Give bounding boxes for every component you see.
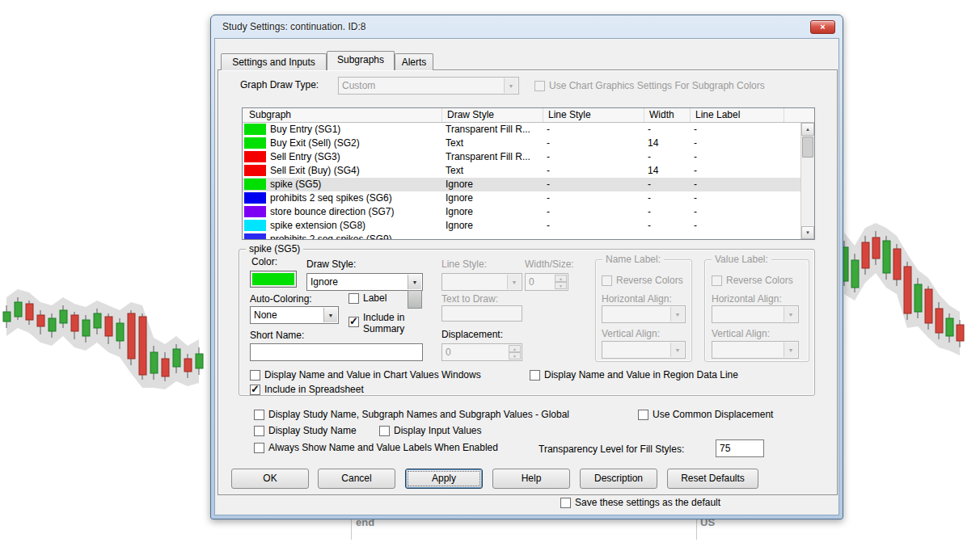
width-size-spinner: 0 ▲▼ [525,273,568,291]
label-checkbox[interactable]: Label [348,292,387,304]
display-region-data-checkbox[interactable]: Display Name and Value in Region Data Li… [530,369,738,381]
display-global-checkbox[interactable]: Display Study Name, Subgraph Names and S… [254,409,569,420]
displacement-spinner: 0 ▲▼ [441,343,522,361]
column-header-subgraph[interactable]: Subgraph [243,108,442,122]
description-button[interactable]: Description [580,469,657,489]
table-row[interactable]: Buy Entry (SG1)Transparent Fill R...--- [243,123,814,137]
subgraph-color-swatch[interactable] [243,205,267,219]
cell-line-label: - [691,123,784,137]
table-row[interactable]: prohibits 2 seq spikes (SG9) [243,233,814,240]
table-scrollbar[interactable]: ▲ ▼ [800,123,814,239]
table-row[interactable]: store bounce direction (SG7)Ignore--- [243,205,814,219]
help-button[interactable]: Help [492,469,570,489]
cell-width: - [644,150,691,164]
tab-alerts[interactable]: Alerts [395,53,433,70]
cell-draw-style: Ignore [442,219,543,233]
cell-draw-style [442,233,543,240]
chevron-down-icon: ▼ [670,307,684,322]
use-chart-graphics-checkbox: Use Chart Graphics Settings For Subgraph… [534,80,765,91]
cancel-button[interactable]: Cancel [318,469,395,489]
cell-width [644,233,691,240]
ok-button[interactable]: OK [231,469,309,489]
cell-line-style: - [543,219,644,233]
graph-draw-type-select: Custom ▼ [338,77,519,95]
apply-button[interactable]: Apply [405,469,483,489]
include-in-spreadsheet-checkbox[interactable]: Include in Spreadsheet [250,384,364,395]
subgraph-group-title: spike (SG5) [246,243,303,254]
subgraph-color-swatch[interactable] [243,233,267,240]
auto-coloring-select[interactable]: None ▼ [250,306,339,324]
short-name-input[interactable] [250,343,423,361]
scroll-up-icon[interactable]: ▲ [801,123,814,136]
cell-width: - [644,219,691,233]
subgraph-color-swatch[interactable] [243,123,267,137]
table-row[interactable]: Buy Exit (Sell) (SG2)Text-14- [243,137,814,150]
name-horizontal-align-select: ▼ [602,305,686,323]
use-common-displacement-checkbox[interactable]: Use Common Displacement [638,409,773,420]
subgraph-color-swatch[interactable] [243,191,267,205]
column-header-width[interactable]: Width [644,108,691,122]
subgraph-color-swatch[interactable] [243,137,267,150]
draw-style-label: Draw Style: [306,259,356,270]
reset-defaults-button[interactable]: Reset Defaults [667,469,758,489]
spin-up-icon: ▲ [555,275,567,282]
tab-settings-and-inputs[interactable]: Settings and Inputs [221,53,327,70]
cell-draw-style: Ignore [442,205,543,219]
graph-draw-type-label: Graph Draw Type: [240,79,319,90]
cell-draw-style: Transparent Fill R... [442,150,543,164]
table-row[interactable]: spike extension (SG8)Ignore--- [243,219,814,233]
subgraph-color-swatch[interactable] [243,219,267,233]
cell-line-style: - [543,178,644,191]
close-button[interactable]: × [810,20,835,34]
line-style-label: Line Style: [441,259,487,270]
include-in-summary-checkbox[interactable]: Include in Summary [348,316,404,334]
table-row[interactable]: prohibits 2 seq spikes (SG6)Ignore--- [243,191,814,205]
column-header-filler [784,108,814,122]
name-label-group: Name Label: Reverse Colors Horizontal Al… [595,259,692,362]
column-header-draw-style[interactable]: Draw Style [442,108,543,122]
table-row[interactable]: Sell Entry (SG3)Transparent Fill R...--- [243,150,814,164]
color-label: Color: [251,256,277,267]
subgraph-color-swatch[interactable] [243,178,267,191]
study-settings-dialog: Study Settings: continuation. ID:8 × Set… [210,15,843,519]
cell-subgraph-name: Sell Exit (Buy) (SG4) [267,164,442,178]
text-to-draw-label: Text to Draw: [441,293,498,305]
display-chart-values-checkbox[interactable]: Display Name and Value in Chart Values W… [250,369,481,381]
cell-draw-style: Text [442,164,543,178]
display-input-values-checkbox[interactable]: Display Input Values [379,425,482,436]
name-vertical-align-select: ▼ [602,341,686,359]
tab-subgraphs[interactable]: Subgraphs [327,51,395,70]
cell-subgraph-name: Buy Exit (Sell) (SG2) [267,137,442,150]
save-as-default-checkbox[interactable]: Save these settings as the default [560,497,720,508]
chevron-down-icon: ▼ [784,307,797,322]
subgraph-table-header[interactable]: Subgraph Draw Style Line Style Width Lin… [243,108,814,123]
subgraph-color-swatch[interactable] [243,150,267,164]
cell-line-label: - [691,191,784,205]
subgraph-color-button[interactable] [250,271,297,288]
value-horizontal-align-label: Horizontal Align: [712,293,782,305]
scroll-down-icon[interactable]: ▼ [801,226,814,239]
always-show-labels-checkbox[interactable]: Always Show Name and Value Labels When E… [254,442,498,453]
table-row[interactable]: Sell Exit (Buy) (SG4)Text-14- [243,164,814,178]
scrollbar-thumb[interactable] [802,137,813,158]
column-header-line-label[interactable]: Line Label [691,108,784,122]
cell-width: - [644,178,691,191]
spin-up-icon: ▲ [509,345,521,352]
chevron-down-icon: ▼ [408,275,421,289]
dialog-titlebar[interactable]: Study Settings: continuation. ID:8 × [211,15,843,38]
transparency-input[interactable] [716,439,764,457]
cell-width: 14 [644,164,691,178]
cell-draw-style: Transparent Fill R... [442,123,543,137]
cell-subgraph-name: spike (SG5) [267,178,442,191]
table-row[interactable]: spike (SG5)Ignore--- [243,178,814,191]
column-header-line-style[interactable]: Line Style [543,108,644,122]
draw-style-select[interactable]: Ignore ▼ [306,273,423,291]
display-study-name-checkbox[interactable]: Display Study Name [254,425,357,436]
auto-coloring-label: Auto-Coloring: [250,293,312,305]
cell-line-label: - [691,137,784,150]
subgraph-color-swatch[interactable] [243,164,267,178]
cell-width: 14 [644,137,691,150]
dialog-title: Study Settings: continuation. ID:8 [222,21,365,32]
cell-line-label [691,233,784,240]
chevron-down-icon: ▼ [504,78,517,93]
